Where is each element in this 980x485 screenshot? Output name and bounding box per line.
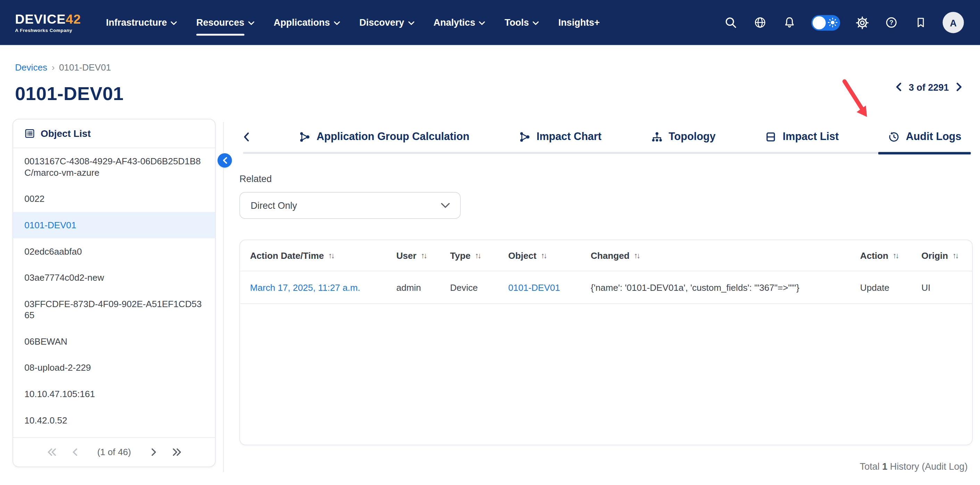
app-group-icon (298, 131, 311, 143)
related-select-value: Direct Only (251, 200, 297, 211)
sort-icon[interactable] (541, 251, 546, 260)
tab-impact-list[interactable]: Impact List (765, 129, 839, 145)
sort-icon[interactable] (893, 251, 898, 260)
tab-impact-chart[interactable]: Impact Chart (519, 129, 601, 145)
audit-datetime-link[interactable]: March 17, 2025, 11:27 a.m. (250, 282, 396, 292)
sort-icon[interactable] (475, 251, 480, 260)
annotation-arrow (838, 73, 875, 124)
breadcrumb-separator: › (52, 62, 55, 73)
chevron-down-icon (533, 21, 539, 25)
breadcrumb-current: 0101-DEV01 (59, 62, 111, 73)
audit-origin: UI (921, 282, 972, 292)
column-header-user[interactable]: User (396, 250, 450, 260)
globe-icon[interactable] (752, 15, 767, 30)
last-page-icon[interactable] (172, 448, 181, 456)
panel-divider (223, 122, 224, 472)
menu-tools[interactable]: Tools (504, 16, 539, 30)
topology-icon (651, 131, 663, 143)
logo-text-device: DEVICE (15, 12, 66, 26)
chevron-down-icon (408, 21, 414, 25)
object-list-item[interactable]: 08-upload-2-229 (13, 355, 215, 381)
top-navbar: DEVICE42 A Freshworks Company Infrastruc… (0, 0, 980, 45)
menu-resources[interactable]: Resources (196, 16, 254, 30)
audit-object-link[interactable]: 0101-DEV01 (508, 282, 591, 292)
audit-action: Update (860, 282, 921, 292)
theme-toggle[interactable] (811, 14, 840, 30)
prev-page-icon[interactable] (72, 448, 77, 456)
detail-tabs: Application Group Calculation Impact Cha… (243, 129, 961, 154)
object-list-item[interactable]: 0022 (13, 186, 215, 212)
tab-audit-logs[interactable]: Audit Logs (888, 129, 961, 145)
pager-prev-icon[interactable] (896, 83, 901, 91)
device42-logo[interactable]: DEVICE42 A Freshworks Company (15, 13, 81, 33)
chevron-down-icon (441, 203, 450, 208)
pager-next-icon[interactable] (956, 83, 962, 91)
chevron-down-icon (248, 21, 254, 25)
logo-text-42: 42 (66, 12, 81, 26)
sort-icon[interactable] (421, 251, 426, 260)
logo-tagline: A Freshworks Company (15, 28, 81, 33)
tab-topology[interactable]: Topology (651, 129, 716, 145)
object-list-item[interactable]: 10.42.0.52 (13, 407, 215, 434)
chevron-down-icon (334, 21, 340, 25)
first-page-icon[interactable] (47, 448, 56, 456)
column-header-changed[interactable]: Changed (591, 250, 860, 260)
chevron-down-icon (171, 21, 177, 25)
sort-icon[interactable] (953, 251, 958, 260)
object-list-panel: Object List 0013167C-4308-4929-AF43-06D6… (13, 119, 216, 467)
object-list-item-selected[interactable]: 0101-DEV01 (13, 212, 215, 238)
sort-icon[interactable] (634, 251, 639, 260)
object-list-item[interactable]: 06BEWAN (13, 328, 215, 355)
object-list-title: Object List (41, 128, 91, 139)
record-pager: 3 of 2291 (896, 80, 962, 94)
bell-icon[interactable] (782, 15, 797, 30)
svg-text:?: ? (889, 19, 893, 26)
object-list-item[interactable]: 03FFCDFE-873D-4F09-902E-A51EF1CD5365 (13, 291, 215, 328)
column-header-action-datetime[interactable]: Action Date/Time (250, 250, 396, 260)
help-icon[interactable]: ? (884, 15, 899, 30)
main-menu: Infrastructure Resources Applications Di… (106, 16, 600, 30)
column-header-object[interactable]: Object (508, 250, 591, 260)
object-list-item[interactable]: 10.10.47.105:161 (13, 381, 215, 407)
object-list-item[interactable]: 02edc6aabfa0 (13, 238, 215, 265)
object-list-pagination: (1 of 46) (13, 437, 215, 467)
pager-position: 3 of 2291 (909, 81, 949, 93)
bookmark-icon[interactable] (913, 15, 928, 30)
menu-analytics[interactable]: Analytics (433, 16, 485, 30)
search-icon[interactable] (723, 15, 738, 30)
tab-application-group-calculation[interactable]: Application Group Calculation (298, 129, 469, 145)
object-list: 0013167C-4308-4929-AF43-06D6B25D1B8C/mar… (13, 148, 215, 437)
list-icon (24, 128, 35, 139)
menu-discovery[interactable]: Discovery (360, 16, 414, 30)
column-header-action[interactable]: Action (860, 250, 921, 260)
column-header-origin[interactable]: Origin (921, 250, 972, 260)
tabs-scroll-left-icon[interactable] (243, 132, 249, 142)
gear-icon[interactable] (854, 15, 870, 30)
audit-changed: {'name': '0101-DEV01a', 'custom_fields':… (591, 282, 860, 292)
audit-user: admin (396, 282, 450, 292)
next-page-icon[interactable] (151, 448, 156, 456)
sort-icon[interactable] (328, 251, 333, 260)
menu-insights[interactable]: Insights+ (558, 16, 600, 30)
table-header-row: Action Date/Time User Type Object Change… (240, 240, 972, 271)
sun-icon (827, 18, 838, 27)
menu-applications[interactable]: Applications (274, 16, 340, 30)
collapse-sidebar-button[interactable] (217, 153, 232, 168)
chevron-down-icon (479, 21, 485, 25)
breadcrumb: Devices › 0101-DEV01 (15, 62, 111, 73)
related-select[interactable]: Direct Only (239, 192, 460, 219)
breadcrumb-devices-link[interactable]: Devices (15, 62, 47, 73)
impact-list-icon (765, 131, 777, 143)
menu-infrastructure[interactable]: Infrastructure (106, 16, 177, 30)
page-indicator: (1 of 46) (97, 447, 131, 457)
user-avatar[interactable]: A (942, 12, 964, 33)
object-list-item[interactable]: 0013167C-4308-4929-AF43-06D6B25D1B8C/mar… (13, 148, 215, 186)
audit-log-table: Action Date/Time User Type Object Change… (239, 239, 972, 445)
total-history-label: Total 1 History (Audit Log) (860, 460, 968, 473)
related-label: Related (239, 173, 272, 185)
object-list-item[interactable]: 03ae7774c0d2-new (13, 264, 215, 291)
audit-type: Device (450, 282, 508, 292)
chevron-left-icon (222, 157, 227, 164)
audit-logs-icon (888, 131, 900, 143)
column-header-type[interactable]: Type (450, 250, 508, 260)
